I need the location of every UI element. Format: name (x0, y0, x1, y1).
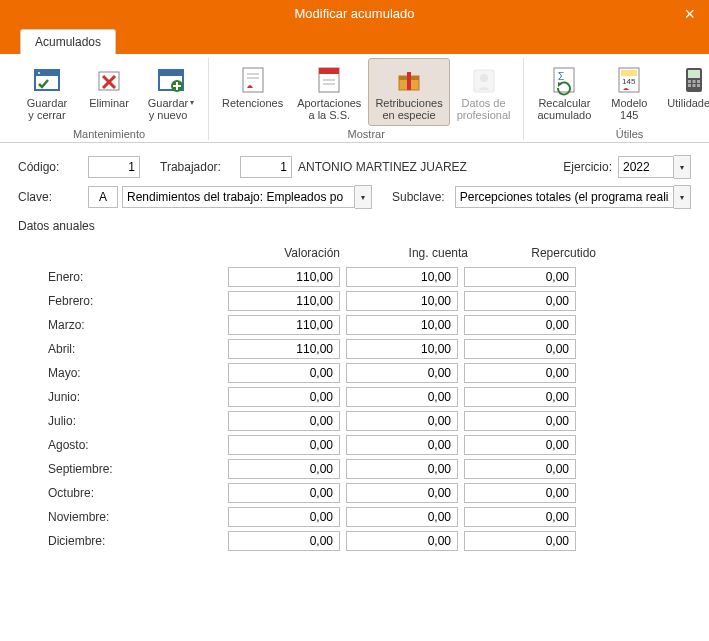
repercutido-input[interactable] (464, 363, 576, 383)
col-ingcuenta: Ing. cuenta (356, 246, 478, 260)
grid-row: Marzo: (48, 313, 691, 337)
ingcuenta-input[interactable] (346, 507, 458, 527)
form-area: Código: Trabajador: ANTONIO MARTINEZ JUA… (0, 143, 709, 565)
svg-text:Σ: Σ (558, 71, 564, 82)
clave-code-input[interactable] (88, 186, 118, 208)
svg-rect-7 (159, 70, 183, 76)
ribbon-btn-label: Utilidades ▾ (667, 97, 709, 121)
svg-point-22 (480, 74, 488, 82)
ingcuenta-input[interactable] (346, 435, 458, 455)
ribbon-group-maintenance: Guardary cerrarEliminarGuardary nuevo ▾M… (10, 58, 208, 140)
trabajador-input[interactable] (240, 156, 292, 178)
month-label: Agosto: (48, 438, 228, 452)
ejercicio-dropdown-button[interactable]: ▾ (674, 155, 691, 179)
section-title: Datos anuales (18, 219, 691, 233)
ribbon-btn-in-kind[interactable]: Retribucionesen especie (368, 58, 449, 126)
valoracion-input[interactable] (228, 315, 340, 335)
ingcuenta-input[interactable] (346, 315, 458, 335)
group-label: Útiles (616, 128, 644, 140)
ribbon-btn-delete[interactable]: Eliminar (78, 58, 140, 126)
valoracion-input[interactable] (228, 435, 340, 455)
grid-row: Diciembre: (48, 529, 691, 553)
month-label: Noviembre: (48, 510, 228, 524)
clave-text-input[interactable] (122, 186, 355, 208)
repercutido-input[interactable] (464, 267, 576, 287)
data-grid: Valoración Ing. cuenta Repercutido Enero… (48, 241, 691, 553)
ribbon-btn-label: Aportacionesa la S.S. (297, 97, 361, 121)
grid-row: Abril: (48, 337, 691, 361)
ribbon-btn-label: Datos deprofesional (457, 97, 511, 121)
col-valoracion: Valoración (228, 246, 350, 260)
repercutido-input[interactable] (464, 531, 576, 551)
valoracion-input[interactable] (228, 411, 340, 431)
svg-rect-31 (688, 80, 691, 83)
month-label: Julio: (48, 414, 228, 428)
grid-row: Julio: (48, 409, 691, 433)
ribbon-btn-ss-contrib[interactable]: Aportacionesa la S.S. (290, 58, 368, 126)
group-label: Mostrar (348, 128, 385, 140)
svg-text:145: 145 (622, 77, 636, 86)
subclave-text-input[interactable] (455, 186, 674, 208)
svg-rect-35 (693, 84, 696, 87)
ribbon-btn-label: Guardary nuevo ▾ (148, 97, 194, 121)
delete-icon (93, 63, 125, 97)
month-label: Mayo: (48, 366, 228, 380)
trabajador-name: ANTONIO MARTINEZ JUAREZ (298, 160, 563, 174)
ingcuenta-input[interactable] (346, 363, 458, 383)
svg-rect-30 (688, 70, 700, 78)
repercutido-input[interactable] (464, 411, 576, 431)
repercutido-input[interactable] (464, 291, 576, 311)
valoracion-input[interactable] (228, 483, 340, 503)
ribbon-btn-label: Eliminar (89, 97, 129, 121)
valoracion-input[interactable] (228, 531, 340, 551)
repercutido-input[interactable] (464, 339, 576, 359)
repercutido-input[interactable] (464, 483, 576, 503)
svg-rect-32 (693, 80, 696, 83)
ribbon-btn-recalc[interactable]: ΣRecalcularacumulado (530, 58, 598, 126)
group-label: Mantenimiento (73, 128, 145, 140)
prof-data-icon (468, 63, 500, 97)
valoracion-input[interactable] (228, 339, 340, 359)
ribbon-btn-utilities[interactable]: Utilidades ▾ (660, 58, 709, 126)
month-label: Diciembre: (48, 534, 228, 548)
clave-dropdown-button[interactable]: ▾ (355, 185, 372, 209)
ingcuenta-input[interactable] (346, 291, 458, 311)
ejercicio-input[interactable] (618, 156, 674, 178)
col-repercutido: Repercutido (484, 246, 606, 260)
ingcuenta-input[interactable] (346, 459, 458, 479)
ingcuenta-input[interactable] (346, 411, 458, 431)
grid-row: Mayo: (48, 361, 691, 385)
repercutido-input[interactable] (464, 315, 576, 335)
tab-acumulados[interactable]: Acumulados (20, 29, 116, 54)
codigo-input[interactable] (88, 156, 140, 178)
ribbon-group-show: RetencionesAportacionesa la S.S.Retribuc… (208, 58, 523, 140)
ribbon-btn-withholdings[interactable]: Retenciones (215, 58, 290, 126)
ingcuenta-input[interactable] (346, 531, 458, 551)
month-label: Septiembre: (48, 462, 228, 476)
ingcuenta-input[interactable] (346, 387, 458, 407)
svg-rect-11 (243, 68, 263, 92)
dropdown-caret-icon: ▾ (190, 97, 194, 109)
ribbon-btn-model145[interactable]: 145Modelo145 (598, 58, 660, 126)
window-title: Modificar acumulado (295, 6, 415, 21)
ribbon-btn-save-close[interactable]: Guardary cerrar (16, 58, 78, 126)
month-label: Marzo: (48, 318, 228, 332)
subclave-dropdown-button[interactable]: ▾ (674, 185, 691, 209)
ingcuenta-input[interactable] (346, 267, 458, 287)
valoracion-input[interactable] (228, 267, 340, 287)
valoracion-input[interactable] (228, 387, 340, 407)
valoracion-input[interactable] (228, 507, 340, 527)
close-button[interactable]: × (678, 0, 701, 28)
codigo-label: Código: (18, 160, 88, 174)
valoracion-input[interactable] (228, 363, 340, 383)
ingcuenta-input[interactable] (346, 339, 458, 359)
repercutido-input[interactable] (464, 459, 576, 479)
repercutido-input[interactable] (464, 387, 576, 407)
ribbon-btn-save-new[interactable]: Guardary nuevo ▾ (140, 58, 202, 126)
valoracion-input[interactable] (228, 459, 340, 479)
valoracion-input[interactable] (228, 291, 340, 311)
repercutido-input[interactable] (464, 507, 576, 527)
ingcuenta-input[interactable] (346, 483, 458, 503)
grid-row: Septiembre: (48, 457, 691, 481)
repercutido-input[interactable] (464, 435, 576, 455)
